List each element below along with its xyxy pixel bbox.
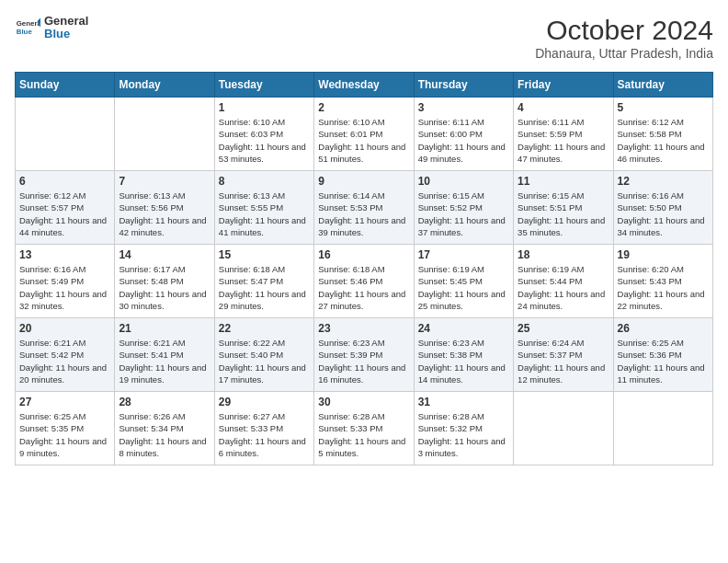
calendar-cell: 18Sunrise: 6:19 AMSunset: 5:44 PMDayligh…	[514, 245, 613, 318]
day-number: 29	[219, 396, 310, 408]
day-number: 24	[418, 322, 509, 335]
day-number: 11	[518, 175, 609, 188]
calendar-cell	[115, 98, 214, 171]
calendar-cell	[613, 392, 712, 465]
day-number: 10	[418, 175, 509, 188]
weekday-header: Monday	[115, 73, 214, 98]
day-number: 30	[318, 396, 409, 408]
day-number: 9	[318, 175, 409, 188]
day-info: Sunrise: 6:20 AMSunset: 5:43 PMDaylight:…	[618, 263, 709, 312]
calendar-cell: 23Sunrise: 6:23 AMSunset: 5:39 PMDayligh…	[314, 318, 414, 392]
day-info: Sunrise: 6:23 AMSunset: 5:39 PMDaylight:…	[318, 337, 409, 385]
day-number: 4	[518, 101, 609, 114]
weekday-header: Saturday	[613, 73, 712, 98]
calendar-cell: 2Sunrise: 6:10 AMSunset: 6:01 PMDaylight…	[314, 98, 414, 171]
calendar-cell: 10Sunrise: 6:15 AMSunset: 5:52 PMDayligh…	[414, 171, 513, 245]
day-info: Sunrise: 6:11 AMSunset: 5:59 PMDaylight:…	[518, 116, 609, 165]
day-info: Sunrise: 6:10 AMSunset: 6:03 PMDaylight:…	[219, 116, 310, 165]
day-number: 2	[318, 101, 409, 114]
day-number: 20	[19, 322, 110, 335]
weekday-header: Thursday	[414, 73, 513, 98]
calendar-cell: 24Sunrise: 6:23 AMSunset: 5:38 PMDayligh…	[414, 318, 513, 392]
calendar-cell: 19Sunrise: 6:20 AMSunset: 5:43 PMDayligh…	[613, 245, 712, 318]
month-title: October 2024	[535, 15, 713, 46]
day-info: Sunrise: 6:27 AMSunset: 5:33 PMDaylight:…	[219, 410, 310, 459]
day-number: 8	[219, 175, 310, 188]
day-number: 31	[418, 396, 509, 408]
day-number: 21	[119, 322, 210, 335]
svg-text:Blue: Blue	[17, 28, 33, 36]
logo: General Blue General Blue	[15, 15, 88, 41]
day-number: 25	[518, 322, 609, 335]
day-info: Sunrise: 6:13 AMSunset: 5:55 PMDaylight:…	[219, 190, 310, 238]
calendar-cell: 12Sunrise: 6:16 AMSunset: 5:50 PMDayligh…	[613, 171, 712, 245]
day-info: Sunrise: 6:28 AMSunset: 5:33 PMDaylight:…	[318, 410, 409, 459]
calendar-week-row: 20Sunrise: 6:21 AMSunset: 5:42 PMDayligh…	[16, 318, 713, 392]
calendar-cell: 14Sunrise: 6:17 AMSunset: 5:48 PMDayligh…	[115, 245, 214, 318]
day-info: Sunrise: 6:15 AMSunset: 5:52 PMDaylight:…	[418, 190, 509, 238]
day-info: Sunrise: 6:11 AMSunset: 6:00 PMDaylight:…	[418, 116, 509, 165]
title-block: October 2024 Dhanaura, Uttar Pradesh, In…	[535, 15, 713, 61]
day-number: 5	[618, 101, 709, 114]
day-number: 1	[219, 101, 310, 114]
logo-line1: General	[44, 15, 88, 28]
day-info: Sunrise: 6:18 AMSunset: 5:46 PMDaylight:…	[318, 263, 409, 312]
day-info: Sunrise: 6:17 AMSunset: 5:48 PMDaylight:…	[119, 263, 210, 312]
day-info: Sunrise: 6:26 AMSunset: 5:34 PMDaylight:…	[119, 410, 210, 459]
calendar-cell: 6Sunrise: 6:12 AMSunset: 5:57 PMDaylight…	[16, 171, 115, 245]
calendar-cell	[16, 98, 115, 171]
day-info: Sunrise: 6:16 AMSunset: 5:49 PMDaylight:…	[19, 263, 110, 312]
calendar-cell: 15Sunrise: 6:18 AMSunset: 5:47 PMDayligh…	[214, 245, 313, 318]
calendar-cell: 13Sunrise: 6:16 AMSunset: 5:49 PMDayligh…	[16, 245, 115, 318]
day-info: Sunrise: 6:18 AMSunset: 5:47 PMDaylight:…	[219, 263, 310, 312]
day-info: Sunrise: 6:25 AMSunset: 5:35 PMDaylight:…	[19, 410, 110, 459]
day-number: 27	[19, 396, 110, 408]
day-number: 16	[318, 248, 409, 261]
day-info: Sunrise: 6:21 AMSunset: 5:42 PMDaylight:…	[19, 337, 110, 385]
day-number: 14	[119, 248, 210, 261]
day-info: Sunrise: 6:25 AMSunset: 5:36 PMDaylight:…	[618, 337, 709, 385]
calendar-cell: 29Sunrise: 6:27 AMSunset: 5:33 PMDayligh…	[214, 392, 313, 465]
day-number: 23	[318, 322, 409, 335]
calendar-cell: 20Sunrise: 6:21 AMSunset: 5:42 PMDayligh…	[16, 318, 115, 392]
calendar-cell: 5Sunrise: 6:12 AMSunset: 5:58 PMDaylight…	[613, 98, 712, 171]
day-number: 13	[19, 248, 110, 261]
weekday-header: Sunday	[16, 73, 115, 98]
day-number: 26	[618, 322, 709, 335]
day-info: Sunrise: 6:10 AMSunset: 6:01 PMDaylight:…	[318, 116, 409, 165]
day-info: Sunrise: 6:23 AMSunset: 5:38 PMDaylight:…	[418, 337, 509, 385]
weekday-header: Friday	[514, 73, 613, 98]
header-row: SundayMondayTuesdayWednesdayThursdayFrid…	[16, 73, 713, 98]
day-info: Sunrise: 6:22 AMSunset: 5:40 PMDaylight:…	[219, 337, 310, 385]
calendar-week-row: 6Sunrise: 6:12 AMSunset: 5:57 PMDaylight…	[16, 171, 713, 245]
calendar-cell: 17Sunrise: 6:19 AMSunset: 5:45 PMDayligh…	[414, 245, 513, 318]
calendar-cell: 30Sunrise: 6:28 AMSunset: 5:33 PMDayligh…	[314, 392, 414, 465]
calendar-cell	[514, 392, 613, 465]
calendar-cell: 11Sunrise: 6:15 AMSunset: 5:51 PMDayligh…	[514, 171, 613, 245]
calendar-week-row: 27Sunrise: 6:25 AMSunset: 5:35 PMDayligh…	[16, 392, 713, 465]
day-info: Sunrise: 6:12 AMSunset: 5:58 PMDaylight:…	[618, 116, 709, 165]
day-number: 12	[618, 175, 709, 188]
svg-text:General: General	[17, 20, 40, 29]
calendar-cell: 22Sunrise: 6:22 AMSunset: 5:40 PMDayligh…	[214, 318, 313, 392]
day-info: Sunrise: 6:13 AMSunset: 5:56 PMDaylight:…	[119, 190, 210, 238]
calendar-week-row: 13Sunrise: 6:16 AMSunset: 5:49 PMDayligh…	[16, 245, 713, 318]
day-info: Sunrise: 6:15 AMSunset: 5:51 PMDaylight:…	[518, 190, 609, 238]
day-info: Sunrise: 6:14 AMSunset: 5:53 PMDaylight:…	[318, 190, 409, 238]
calendar-cell: 3Sunrise: 6:11 AMSunset: 6:00 PMDaylight…	[414, 98, 513, 171]
calendar-table: SundayMondayTuesdayWednesdayThursdayFrid…	[15, 72, 713, 465]
day-info: Sunrise: 6:12 AMSunset: 5:57 PMDaylight:…	[19, 190, 110, 238]
calendar-cell: 27Sunrise: 6:25 AMSunset: 5:35 PMDayligh…	[16, 392, 115, 465]
day-info: Sunrise: 6:16 AMSunset: 5:50 PMDaylight:…	[618, 190, 709, 238]
day-number: 3	[418, 101, 509, 114]
day-number: 17	[418, 248, 509, 261]
day-info: Sunrise: 6:28 AMSunset: 5:32 PMDaylight:…	[418, 410, 509, 459]
calendar-cell: 4Sunrise: 6:11 AMSunset: 5:59 PMDaylight…	[514, 98, 613, 171]
calendar-cell: 21Sunrise: 6:21 AMSunset: 5:41 PMDayligh…	[115, 318, 214, 392]
page-header: General Blue General Blue October 2024 D…	[15, 15, 713, 61]
calendar-cell: 28Sunrise: 6:26 AMSunset: 5:34 PMDayligh…	[115, 392, 214, 465]
calendar-cell: 8Sunrise: 6:13 AMSunset: 5:55 PMDaylight…	[214, 171, 313, 245]
location-subtitle: Dhanaura, Uttar Pradesh, India	[535, 46, 713, 61]
weekday-header: Tuesday	[214, 73, 313, 98]
logo-line2: Blue	[44, 28, 88, 40]
